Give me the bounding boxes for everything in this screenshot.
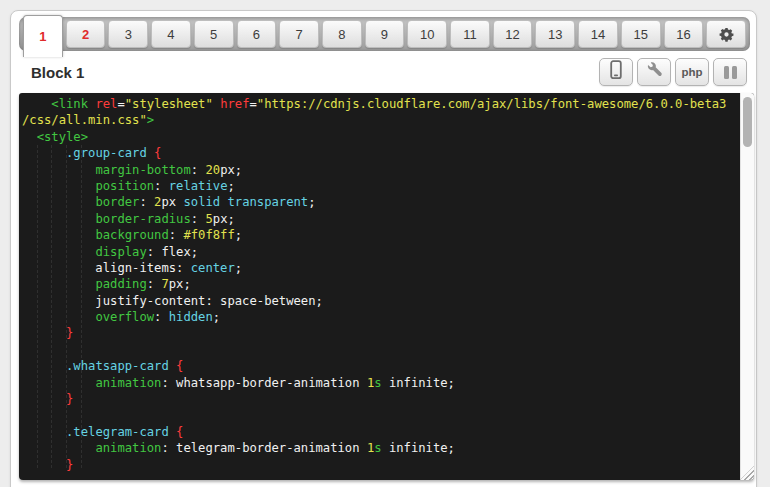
block-panel: 12345678910111213141516 Block 1 — [10, 10, 757, 487]
editor-scrollbar[interactable] — [740, 93, 754, 480]
code-line: .whatsapp-card { — [22, 358, 739, 374]
tab-10[interactable]: 10 — [407, 20, 447, 48]
resize-handle-icon[interactable] — [740, 466, 754, 480]
code-line: } — [22, 457, 739, 473]
code-line: } — [22, 325, 739, 341]
code-line: animation: telegram-border-animation 1s … — [22, 440, 739, 456]
code-line: align-items: center; — [22, 260, 739, 276]
tab-5[interactable]: 5 — [194, 20, 234, 48]
tab-2[interactable]: 2 — [66, 20, 106, 48]
tab-8[interactable]: 8 — [322, 20, 362, 48]
code-editor[interactable]: <link rel="stylesheet" href="https://cdn… — [19, 93, 754, 480]
code-line: <style> — [22, 129, 739, 145]
tab-4[interactable]: 4 — [151, 20, 191, 48]
tab-1[interactable]: 1 — [23, 15, 63, 57]
toolbar: php — [599, 58, 747, 86]
tab-3[interactable]: 3 — [108, 20, 148, 48]
scrollbar-thumb[interactable] — [743, 97, 752, 147]
settings-wrench-button[interactable] — [637, 58, 671, 86]
code-content[interactable]: <link rel="stylesheet" href="https://cdn… — [22, 96, 739, 480]
block-header: Block 1 — [11, 57, 756, 91]
code-line: .telegram-card { — [22, 424, 739, 440]
code-line: animation: whatsapp-border-animation 1s … — [22, 375, 739, 391]
code-line: display: flex; — [22, 244, 739, 260]
code-line — [22, 407, 739, 423]
tab-15[interactable]: 15 — [621, 20, 661, 48]
code-line: border-radius: 5px; — [22, 211, 739, 227]
code-line: padding: 7px; — [22, 276, 739, 292]
tab-12[interactable]: 12 — [493, 20, 533, 48]
code-line: margin-bottom: 20px; — [22, 162, 739, 178]
block-title: Block 1 — [31, 64, 84, 81]
wrench-icon — [646, 62, 663, 83]
tab-16[interactable]: 16 — [664, 20, 704, 48]
code-line: overflow: hidden; — [22, 309, 739, 325]
tab-11[interactable]: 11 — [450, 20, 490, 48]
code-line: background: #f0f8ff; — [22, 227, 739, 243]
php-mode-button[interactable]: php — [675, 58, 709, 86]
device-preview-button[interactable] — [599, 58, 633, 86]
gear-icon — [719, 27, 734, 42]
code-line: justify-content: space-between; — [22, 293, 739, 309]
mobile-device-icon — [608, 60, 624, 84]
tab-gear[interactable] — [706, 20, 746, 48]
tab-13[interactable]: 13 — [535, 20, 575, 48]
tab-7[interactable]: 7 — [279, 20, 319, 48]
pause-button[interactable] — [713, 58, 747, 86]
code-line: border: 2px solid transparent; — [22, 194, 739, 210]
pause-icon — [724, 66, 737, 79]
code-line: /css/all.min.css"> — [22, 112, 739, 128]
tab-14[interactable]: 14 — [578, 20, 618, 48]
tab-6[interactable]: 6 — [237, 20, 277, 48]
tab-bar: 12345678910111213141516 — [19, 17, 750, 51]
tab-9[interactable]: 9 — [365, 20, 405, 48]
code-line: .group-card { — [22, 145, 739, 161]
code-line: <link rel="stylesheet" href="https://cdn… — [22, 96, 739, 112]
php-label: php — [681, 66, 702, 78]
code-line: position: relative; — [22, 178, 739, 194]
code-line — [22, 342, 739, 358]
code-line: } — [22, 391, 739, 407]
